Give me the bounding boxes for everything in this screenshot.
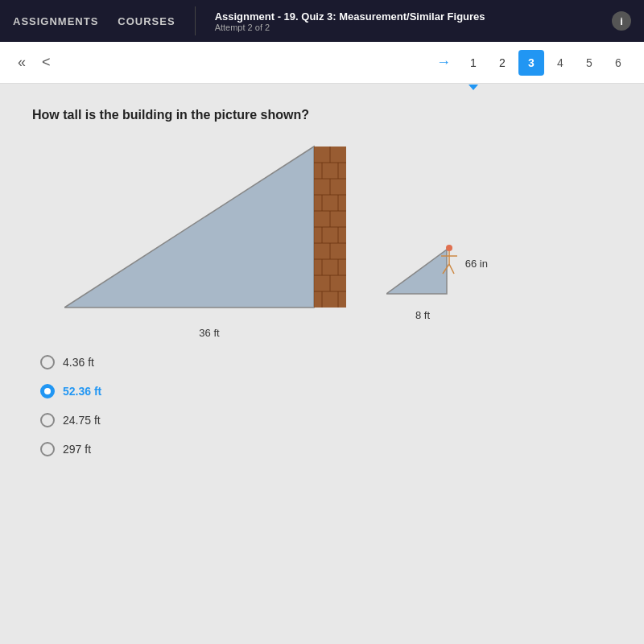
question-navigation: « < → 1 2 3 4 5 6: [0, 42, 644, 84]
big-triangle-container: 36 ft: [64, 138, 354, 339]
radio-d[interactable]: [40, 442, 55, 456]
back-double-arrow[interactable]: «: [13, 51, 31, 74]
choice-b[interactable]: 52.36 ft: [40, 384, 612, 398]
radio-c[interactable]: [40, 413, 55, 427]
choice-a-label: 4.36 ft: [63, 356, 94, 369]
question-num-5[interactable]: 5: [576, 50, 602, 76]
forward-arrow-icon: →: [436, 54, 451, 71]
question-num-3[interactable]: 3: [518, 50, 544, 76]
choice-d[interactable]: 297 ft: [40, 442, 612, 456]
small-triangle-svg: [386, 242, 459, 306]
courses-nav[interactable]: COURSES: [118, 15, 175, 27]
radio-b-inner: [44, 388, 51, 394]
svg-point-27: [446, 245, 452, 251]
choice-d-label: 297 ft: [63, 443, 91, 456]
question-num-6[interactable]: 6: [605, 50, 631, 76]
small-triangle-side-label: 66 in: [465, 258, 488, 270]
question-numbers: → 1 2 3 4 5 6: [436, 50, 631, 76]
image-area: 36 ft 8 ft 66: [64, 138, 612, 339]
radio-a[interactable]: [40, 355, 55, 369]
svg-marker-0: [64, 147, 314, 308]
assignment-info: Assignment - 19. Quiz 3: Measurement/Sim…: [215, 10, 485, 32]
radio-b[interactable]: [40, 384, 55, 398]
info-icon[interactable]: i: [612, 11, 631, 31]
choice-b-label: 52.36 ft: [63, 385, 101, 398]
small-triangle-container: 8 ft 66 in: [386, 242, 459, 321]
main-content: How tall is the building in the picture …: [0, 84, 644, 644]
choice-c-label: 24.75 ft: [63, 414, 101, 427]
big-triangle-label: 36 ft: [199, 327, 219, 339]
answer-choices: 4.36 ft 52.36 ft 24.75 ft 297 ft: [40, 355, 612, 456]
attempt-label: Attempt 2 of 2: [215, 23, 485, 32]
back-single-arrow[interactable]: <: [37, 51, 56, 74]
top-navigation: ASSIGNMENTS COURSES Assignment - 19. Qui…: [0, 0, 644, 42]
question-text: How tall is the building in the picture …: [32, 108, 612, 122]
big-triangle-svg: [64, 138, 354, 324]
question-num-2[interactable]: 2: [489, 50, 515, 76]
choice-a[interactable]: 4.36 ft: [40, 355, 612, 369]
svg-line-31: [449, 264, 454, 274]
assignment-title: Assignment - 19. Quiz 3: Measurement/Sim…: [215, 10, 485, 23]
choice-c[interactable]: 24.75 ft: [40, 413, 612, 427]
assignments-nav[interactable]: ASSIGNMENTS: [13, 15, 98, 27]
question-num-1[interactable]: 1: [460, 50, 486, 76]
question-num-4[interactable]: 4: [547, 50, 573, 76]
svg-marker-26: [386, 250, 447, 294]
small-triangle-bottom-label: 8 ft: [415, 309, 430, 321]
nav-divider: [195, 6, 196, 35]
